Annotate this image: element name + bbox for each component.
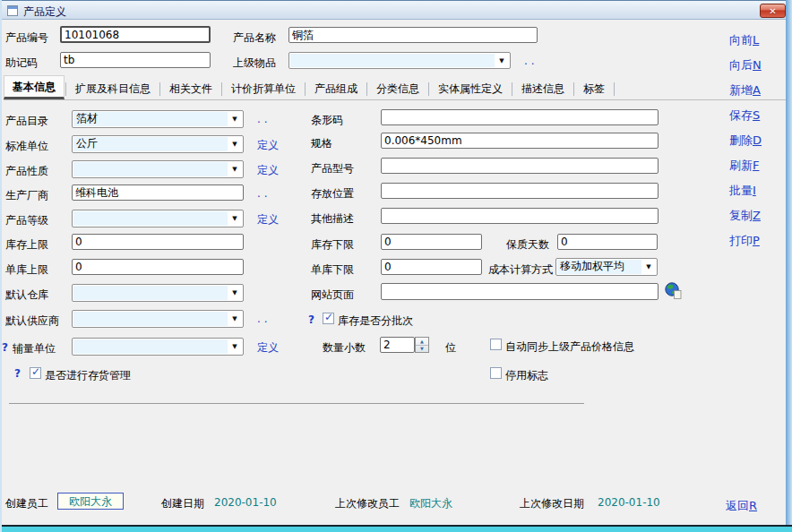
nav-print-button[interactable]: 打印P [729, 233, 760, 249]
tab-labels[interactable]: 标签 [575, 78, 613, 99]
mnemonic-input[interactable] [60, 52, 211, 68]
parent-item-more-link[interactable]: . . [524, 55, 534, 67]
manufacturer-input[interactable] [72, 184, 244, 201]
catalog-select[interactable]: 箔材 ▼ [72, 110, 244, 128]
aux-unit-value [73, 339, 228, 354]
inventory-mgmt-checkbox[interactable] [30, 367, 41, 379]
chevron-down-icon: ▼ [641, 260, 656, 274]
inventory-mgmt-help-icon[interactable]: ? [14, 367, 21, 380]
manufacturer-more-link[interactable]: . . [257, 187, 267, 200]
barcode-label: 条形码 [311, 113, 343, 128]
modified-date-label: 上次修改日期 [520, 496, 584, 511]
close-button[interactable]: ✕ [760, 4, 786, 18]
auto-sync-checkbox[interactable] [490, 339, 502, 350]
nav-save-button[interactable]: 保存S [729, 107, 760, 124]
barcode-input[interactable] [381, 109, 659, 125]
created-by-label: 创建员工 [5, 496, 48, 511]
product-code-input[interactable] [60, 26, 211, 43]
parent-item-select[interactable]: ▼ [288, 52, 511, 69]
std-unit-select[interactable]: 公斤 ▼ [72, 135, 244, 153]
nav-button-key: L [753, 33, 759, 47]
created-date-value: 2020-01-10 [214, 496, 277, 509]
aux-unit-select[interactable]: ▼ [72, 338, 244, 356]
std-unit-value: 公斤 [73, 137, 228, 151]
default-warehouse-select[interactable]: ▼ [72, 284, 244, 302]
nav-copy-button[interactable]: 复制Z [729, 208, 761, 224]
other-desc-label: 其他描述 [311, 211, 354, 227]
tab-basic-info[interactable]: 基本信息 [4, 75, 65, 99]
tab-entity-attributes[interactable]: 实体属性定义 [430, 78, 511, 99]
modified-date-value: 2020-01-10 [598, 496, 660, 509]
tab-separator [366, 82, 367, 96]
default-supplier-select[interactable]: ▼ [72, 310, 244, 328]
created-date-label: 创建日期 [161, 496, 204, 511]
single-upper-input[interactable] [72, 259, 244, 275]
qty-decimals-label: 数量小数 [323, 340, 366, 356]
spec-label: 规格 [311, 136, 332, 151]
nature-select[interactable]: ▼ [72, 160, 244, 178]
qty-decimals-input[interactable] [380, 337, 415, 353]
stock-lower-input[interactable] [381, 234, 482, 250]
nature-define-link[interactable]: 定义 [257, 163, 279, 178]
tab-related-files[interactable]: 相关文件 [161, 78, 220, 99]
nav-button-text: 打印 [729, 234, 753, 247]
batch-checkbox[interactable] [323, 313, 334, 324]
spec-input[interactable] [381, 133, 659, 149]
std-unit-label: 标准单位 [5, 139, 48, 154]
nav-add-button[interactable]: 新增A [729, 82, 761, 99]
website-input[interactable] [381, 283, 659, 300]
grade-define-link[interactable]: 定义 [257, 212, 279, 227]
inventory-mgmt-label: 是否进行存货管理 [45, 368, 131, 383]
default-supplier-value [73, 312, 228, 326]
product-name-input[interactable] [288, 27, 538, 43]
catalog-more-link[interactable]: . . [257, 113, 267, 125]
tab-pricing-units[interactable]: 计价折算单位 [223, 78, 304, 99]
default-supplier-more-link[interactable]: . . [257, 313, 267, 325]
location-input[interactable] [381, 183, 659, 199]
grade-value [73, 211, 228, 226]
grade-select[interactable]: ▼ [72, 210, 244, 227]
location-label: 存放位置 [311, 186, 354, 202]
stock-lower-label: 库存下限 [311, 237, 354, 253]
tab-separator [305, 82, 306, 96]
spinner-up-icon[interactable]: ▲ [416, 338, 428, 346]
nav-delete-button[interactable]: 删除D [729, 133, 762, 149]
aux-unit-define-link[interactable]: 定义 [257, 340, 279, 356]
nav-refresh-button[interactable]: 刷新F [729, 158, 759, 174]
disabled-flag-checkbox[interactable] [490, 367, 502, 379]
aux-unit-help-icon[interactable]: ? [2, 341, 8, 354]
qty-decimals-stepper[interactable]: ▲ ▼ [415, 337, 429, 353]
nav-backward-button[interactable]: 向后N [729, 57, 762, 73]
stock-upper-input[interactable] [72, 234, 244, 250]
other-desc-input[interactable] [381, 208, 659, 224]
nav-button-text: 向后 [729, 58, 753, 72]
modified-by-value: 欧阳大永 [409, 496, 452, 511]
std-unit-define-link[interactable]: 定义 [257, 138, 279, 153]
spinner-down-icon[interactable]: ▼ [416, 346, 428, 353]
model-label: 产品型号 [311, 161, 354, 176]
tab-extended-info[interactable]: 扩展及科目信息 [67, 78, 159, 99]
nav-button-text: 复制 [729, 209, 753, 222]
qty-decimals-suffix: 位 [445, 340, 456, 356]
created-by-button[interactable]: 欧阳大永 [57, 493, 124, 510]
cost-method-label: 成本计算方式 [488, 262, 553, 278]
cost-method-select[interactable]: 移动加权平均 ▼ [555, 258, 658, 276]
tab-separator [159, 82, 160, 96]
globe-icon[interactable] [665, 282, 682, 299]
batch-help-icon[interactable]: ? [308, 313, 314, 326]
tab-description[interactable]: 描述信息 [513, 78, 572, 99]
default-supplier-label: 默认供应商 [5, 313, 59, 329]
tab-product-composition[interactable]: 产品组成 [306, 78, 366, 99]
nav-button-text: 保存 [729, 108, 753, 122]
tab-classification[interactable]: 分类信息 [368, 78, 427, 99]
single-lower-input[interactable] [381, 259, 482, 275]
nav-button-key: F [753, 159, 759, 172]
mnemonic-label: 助记码 [5, 56, 38, 71]
nav-forward-button[interactable]: 向前L [729, 32, 759, 48]
nav-batch-button[interactable]: 批量I [729, 183, 756, 199]
return-button[interactable]: 返回R [726, 498, 757, 514]
nav-button-key: I [753, 184, 756, 197]
model-input[interactable] [381, 158, 659, 174]
shelf-days-input[interactable] [557, 234, 658, 250]
window-bottom-border [2, 525, 792, 532]
